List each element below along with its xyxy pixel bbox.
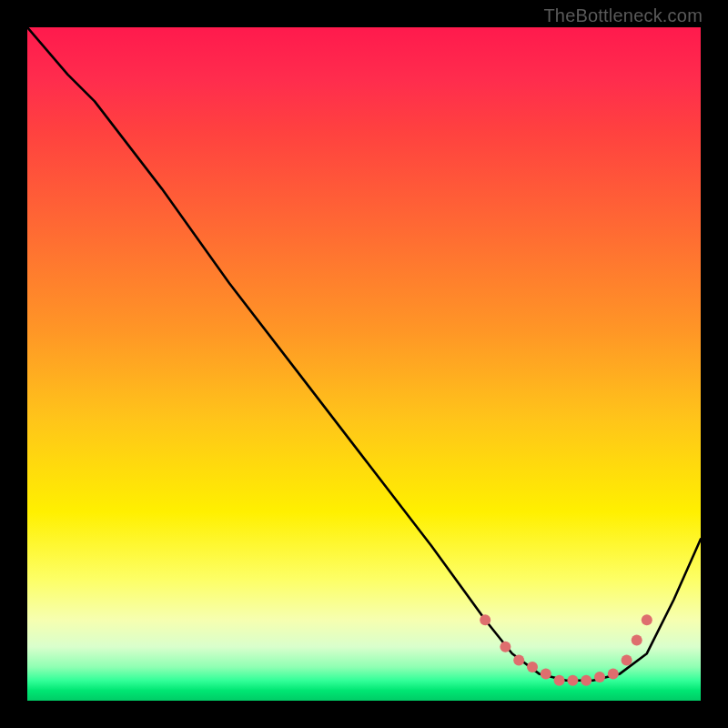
trough-dot bbox=[554, 675, 565, 686]
trough-dot bbox=[608, 668, 619, 679]
trough-dot bbox=[513, 655, 524, 666]
trough-dot bbox=[527, 662, 538, 672]
trough-marker-layer bbox=[480, 614, 652, 686]
attribution-text: TheBottleneck.com bbox=[543, 5, 703, 26]
chart-svg bbox=[27, 27, 701, 701]
curve-line bbox=[27, 27, 701, 681]
trough-dot bbox=[622, 655, 632, 666]
trough-dot bbox=[567, 675, 578, 686]
bottleneck-curve bbox=[27, 27, 701, 681]
plot-area bbox=[27, 27, 701, 701]
trough-dot bbox=[632, 634, 642, 645]
trough-dot bbox=[541, 668, 551, 679]
trough-dot bbox=[581, 675, 592, 686]
trough-dot bbox=[642, 614, 652, 625]
trough-dot bbox=[500, 642, 511, 652]
trough-dot bbox=[594, 672, 605, 682]
chart-stage: TheBottleneck.com bbox=[0, 0, 728, 728]
trough-dot bbox=[480, 614, 490, 625]
